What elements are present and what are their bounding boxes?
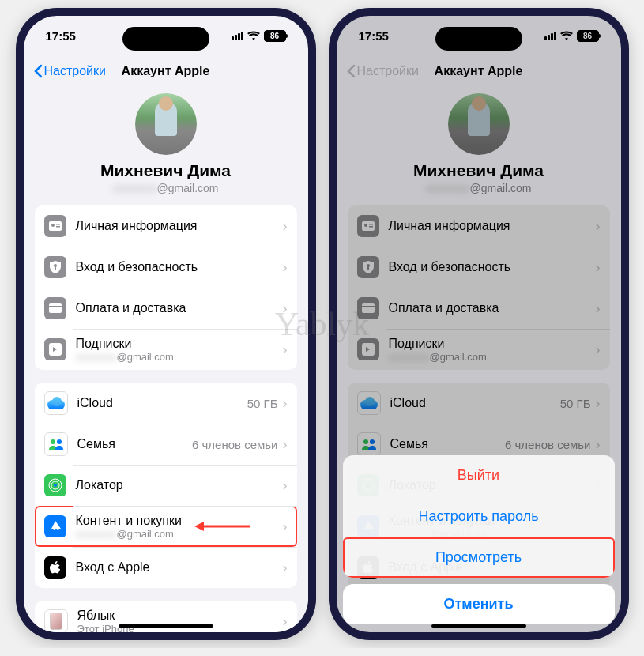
chevron-right-icon: › bbox=[283, 613, 288, 630]
row-subscriptions[interactable]: Подписки xxxxxxxx@gmail.com › bbox=[35, 329, 297, 370]
screen-right: 17:55 86 Настройки Аккаунт Apple Михневи… bbox=[337, 16, 621, 632]
status-time: 17:55 bbox=[46, 29, 76, 43]
row-signin-with-apple[interactable]: Вход с Apple › bbox=[35, 547, 297, 588]
chevron-right-icon: › bbox=[283, 436, 288, 453]
chevron-right-icon: › bbox=[283, 218, 288, 235]
svg-rect-6 bbox=[49, 303, 62, 313]
svg-point-9 bbox=[51, 439, 55, 444]
content-scroll[interactable]: Михневич Дима xxxxxxxx@gmail.com Личная … bbox=[24, 87, 308, 632]
battery-icon: 86 bbox=[264, 30, 286, 42]
dynamic-island bbox=[122, 27, 209, 51]
row-label: Контент и покупки bbox=[76, 513, 283, 528]
row-detail: 6 членов семьи bbox=[192, 438, 278, 451]
profile-email: xxxxxxxx@gmail.com bbox=[35, 182, 297, 194]
sheet-view-button[interactable]: Просмотреть bbox=[343, 537, 615, 578]
svg-rect-2 bbox=[56, 224, 60, 225]
sheet-cancel-button[interactable]: Отменить bbox=[343, 584, 615, 624]
app-store-icon bbox=[44, 515, 66, 537]
chevron-right-icon: › bbox=[283, 300, 288, 317]
subscriptions-icon bbox=[44, 338, 66, 360]
chevron-right-icon: › bbox=[283, 560, 288, 576]
home-indicator[interactable] bbox=[431, 624, 526, 628]
nav-title: Аккаунт Apple bbox=[122, 64, 210, 78]
chevron-right-icon: › bbox=[283, 477, 288, 494]
locator-icon bbox=[44, 474, 66, 496]
family-icon bbox=[44, 432, 68, 456]
row-label: Личная информация bbox=[76, 218, 283, 233]
chevron-right-icon: › bbox=[283, 259, 288, 276]
row-label: Вход и безопасность bbox=[76, 259, 283, 274]
row-signin-security[interactable]: Вход и безопасность › bbox=[35, 247, 297, 288]
back-button[interactable]: Настройки bbox=[33, 64, 106, 78]
svg-point-10 bbox=[57, 439, 62, 444]
row-icloud[interactable]: iCloud 50 ГБ › bbox=[35, 383, 297, 424]
svg-point-13 bbox=[54, 484, 57, 487]
chevron-right-icon: › bbox=[283, 395, 288, 412]
row-label: Локатор bbox=[76, 477, 283, 492]
status-right: 86 bbox=[232, 30, 286, 42]
svg-rect-3 bbox=[56, 226, 60, 228]
row-sublabel: xxxxxxxx@gmail.com bbox=[76, 528, 283, 541]
screen-left: 17:55 86 Настройки Аккаунт Apple Михневи… bbox=[24, 16, 308, 632]
profile-header[interactable]: Михневич Дима xxxxxxxx@gmail.com bbox=[35, 87, 297, 205]
row-label: Яблык bbox=[77, 608, 283, 623]
sheet-password-button[interactable]: Настроить пароль bbox=[343, 496, 615, 537]
profile-name: Михневич Дима bbox=[35, 161, 297, 180]
chevron-right-icon: › bbox=[283, 518, 288, 535]
section-account: Личная информация › Вход и безопасность … bbox=[35, 205, 297, 370]
row-detail: 50 ГБ bbox=[247, 397, 278, 410]
chevron-left-icon bbox=[33, 64, 43, 78]
avatar[interactable] bbox=[135, 93, 197, 155]
id-card-icon bbox=[44, 215, 66, 237]
iphone-icon bbox=[44, 609, 68, 632]
row-family[interactable]: Семья 6 членов семьи › bbox=[35, 424, 297, 465]
svg-point-1 bbox=[51, 224, 55, 227]
phone-left: 17:55 86 Настройки Аккаунт Apple Михневи… bbox=[16, 8, 316, 640]
action-sheet: Выйти Настроить пароль Просмотреть Отмен… bbox=[343, 455, 615, 624]
svg-rect-7 bbox=[49, 306, 62, 307]
row-label: Подписки bbox=[76, 336, 283, 351]
action-sheet-group: Выйти Настроить пароль Просмотреть bbox=[343, 455, 615, 578]
section-services: iCloud 50 ГБ › Семья 6 членов семьи › Ло… bbox=[35, 383, 297, 588]
back-label: Настройки bbox=[44, 64, 106, 78]
icloud-icon bbox=[44, 391, 68, 415]
phone-right: 17:55 86 Настройки Аккаунт Apple Михневи… bbox=[329, 8, 629, 640]
chevron-right-icon: › bbox=[283, 341, 288, 358]
shield-key-icon bbox=[44, 256, 66, 278]
apple-logo-icon bbox=[44, 556, 66, 579]
row-personal-info[interactable]: Личная информация › bbox=[35, 205, 297, 247]
cellular-icon bbox=[232, 32, 243, 40]
home-indicator[interactable] bbox=[119, 624, 213, 628]
row-label: Семья bbox=[77, 436, 192, 451]
section-devices: Яблык Этот iPhone › Apple Watch — Yablyk… bbox=[35, 601, 297, 632]
row-sublabel: xxxxxxxx@gmail.com bbox=[76, 351, 283, 364]
wifi-icon bbox=[247, 31, 260, 40]
credit-card-icon bbox=[44, 297, 66, 319]
row-label: iCloud bbox=[77, 395, 247, 410]
row-payment-shipping[interactable]: Оплата и доставка › bbox=[35, 288, 297, 329]
sheet-signout-button[interactable]: Выйти bbox=[343, 455, 615, 496]
svg-rect-5 bbox=[55, 266, 56, 270]
row-label: Оплата и доставка bbox=[76, 300, 283, 315]
row-device-iphone[interactable]: Яблык Этот iPhone › bbox=[35, 601, 297, 632]
row-label: Вход с Apple bbox=[76, 560, 283, 575]
row-find-my[interactable]: Локатор › bbox=[35, 465, 297, 506]
row-content-purchases[interactable]: Контент и покупки xxxxxxxx@gmail.com › bbox=[35, 506, 297, 547]
nav-bar: Настройки Аккаунт Apple bbox=[24, 55, 308, 87]
dynamic-island bbox=[435, 27, 522, 51]
